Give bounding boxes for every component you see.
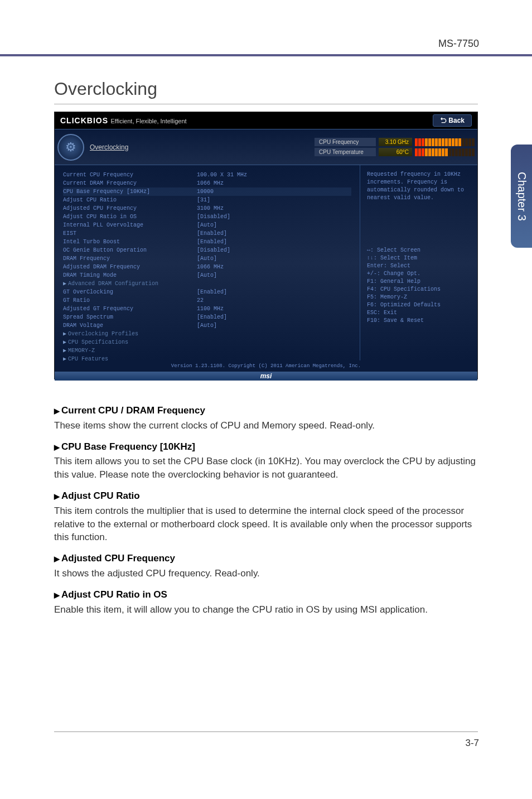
setting-label: Overclocking Profiles bbox=[68, 330, 202, 338]
setting-value: [Enabled] bbox=[197, 313, 227, 321]
bios-status-bar: ⚙ Overclocking CPU Frequency 3.10 GHz CP… bbox=[55, 129, 477, 165]
help-key-line: ESC: Exit bbox=[367, 309, 471, 317]
setting-label: Internal PLL Overvoltage bbox=[63, 221, 197, 229]
setting-label: Adjusted DRAM Frequency bbox=[63, 263, 197, 271]
setting-label: OC Genie Button Operation bbox=[63, 246, 197, 254]
footer-divider bbox=[54, 731, 478, 732]
setting-label: Current DRAM Frequency bbox=[63, 179, 197, 187]
help-keys: ↔: Select Screen↕↓: Select ItemEnter: Se… bbox=[367, 247, 471, 325]
setting-row[interactable]: Adjust CPU Ratio[31] bbox=[63, 196, 351, 204]
setting-row[interactable]: ▶Overclocking Profiles bbox=[63, 330, 351, 338]
help-description: Requested frequency in 10KHz increments.… bbox=[367, 171, 471, 202]
help-key-line: +/-: Change Opt. bbox=[367, 270, 471, 278]
setting-label: Intel Turbo Boost bbox=[63, 238, 197, 246]
help-key-line: Enter: Select bbox=[367, 262, 471, 270]
doc-section-header: ▶Current CPU / DRAM Frequency bbox=[54, 404, 478, 417]
bios-settings-panel: Current CPU Frequency100.00 X 31 MHz Cur… bbox=[55, 165, 360, 360]
setting-row[interactable]: DRAM Voltage[Auto] bbox=[63, 321, 351, 330]
model-number: MS-7750 bbox=[438, 38, 479, 50]
setting-value: 22 bbox=[197, 296, 204, 305]
setting-row[interactable]: Adjust CPU Ratio in OS[Disabled] bbox=[63, 213, 351, 221]
setting-row[interactable]: GT Ratio22 bbox=[63, 296, 351, 305]
setting-label: DRAM Voltage bbox=[63, 321, 197, 330]
setting-label: DRAM Timing Mode bbox=[63, 271, 197, 280]
help-key-line: F1: General Help bbox=[367, 278, 471, 286]
setting-value: 1100 MHz bbox=[197, 305, 224, 313]
setting-value: [Disabled] bbox=[197, 213, 230, 221]
page-number: 3-7 bbox=[465, 738, 479, 749]
setting-label: Advanced DRAM Configuration bbox=[68, 280, 202, 288]
cpu-temp-bar bbox=[415, 148, 475, 156]
setting-label: MEMORY-Z bbox=[68, 346, 202, 355]
setting-value: 3100 MHz bbox=[197, 204, 224, 213]
doc-section-text: It shows the adjusted CPU frequency. Rea… bbox=[54, 567, 478, 580]
setting-value: [31] bbox=[197, 196, 210, 204]
doc-section-header: ▶Adjusted CPU Frequency bbox=[54, 552, 478, 565]
msi-logo: msi bbox=[55, 372, 477, 381]
setting-value: [Auto] bbox=[197, 271, 217, 280]
setting-row[interactable]: ▶MEMORY-Z bbox=[63, 346, 351, 355]
setting-label: GT OverClocking bbox=[63, 288, 197, 296]
doc-section-text: Enable this item, it will allow you to c… bbox=[54, 603, 478, 617]
setting-label: GT Ratio bbox=[63, 296, 197, 305]
setting-value: 1066 MHz bbox=[197, 179, 224, 187]
help-key-line: F5: Memory-Z bbox=[367, 293, 471, 301]
setting-row[interactable]: Adjusted DRAM Frequency1066 MHz bbox=[63, 263, 351, 271]
bios-header: CLICKBIOS Efficient, Flexible, Intellige… bbox=[55, 112, 477, 129]
setting-value: [Enabled] bbox=[197, 288, 227, 296]
back-button[interactable]: ⮌ Back bbox=[433, 114, 472, 127]
setting-row[interactable]: Intel Turbo Boost[Enabled] bbox=[63, 238, 351, 246]
setting-label: CPU Base Frequency [10KHz] bbox=[63, 187, 197, 196]
setting-row[interactable]: CPU Base Frequency [10KHz]10000 bbox=[63, 187, 351, 196]
setting-value: [Enabled] bbox=[197, 229, 227, 238]
help-key-line: ↔: Select Screen bbox=[367, 247, 471, 254]
page-title: Overclocking bbox=[54, 79, 478, 104]
header-divider bbox=[0, 54, 532, 56]
help-key-line: ↕↓: Select Item bbox=[367, 254, 471, 262]
setting-label: Adjust CPU Ratio bbox=[63, 196, 197, 204]
bios-logo: CLICKBIOS bbox=[60, 116, 108, 125]
setting-row[interactable]: ▶CPU Specifications bbox=[63, 338, 351, 346]
setting-row[interactable]: Current DRAM Frequency1066 MHz bbox=[63, 179, 351, 187]
bios-help-panel: Requested frequency in 10KHz increments.… bbox=[360, 165, 477, 360]
setting-label: CPU Specifications bbox=[68, 338, 202, 346]
setting-row[interactable]: OC Genie Button Operation[Disabled] bbox=[63, 246, 351, 254]
setting-row[interactable]: DRAM Frequency[Auto] bbox=[63, 254, 351, 263]
setting-row[interactable]: Internal PLL Overvoltage[Auto] bbox=[63, 221, 351, 229]
setting-row[interactable]: DRAM Timing Mode[Auto] bbox=[63, 271, 351, 280]
doc-section-header: ▶Adjust CPU Ratio bbox=[54, 489, 478, 503]
setting-row[interactable]: ▶Advanced DRAM Configuration bbox=[63, 280, 351, 288]
help-key-line: F6: Optimized Defaults bbox=[367, 301, 471, 309]
overclocking-icon: ⚙ bbox=[57, 134, 84, 161]
doc-section-text: These items show the current clocks of C… bbox=[54, 419, 478, 432]
bios-tagline: Efficient, Flexible, Intelligent bbox=[110, 118, 186, 124]
setting-row[interactable]: Adjusted GT Frequency1100 MHz bbox=[63, 305, 351, 313]
setting-value: 1066 MHz bbox=[197, 263, 224, 271]
setting-label: DRAM Frequency bbox=[63, 254, 197, 263]
setting-value: [Auto] bbox=[197, 254, 217, 263]
setting-label: Adjusted CPU Frequency bbox=[63, 204, 197, 213]
doc-section-text: This item controls the multiplier that i… bbox=[54, 504, 478, 544]
setting-value: [Enabled] bbox=[197, 238, 227, 246]
setting-value: [Auto] bbox=[197, 221, 217, 229]
setting-row[interactable]: EIST[Enabled] bbox=[63, 229, 351, 238]
bios-screenshot: CLICKBIOS Efficient, Flexible, Intellige… bbox=[54, 112, 478, 379]
setting-label: Spread Spectrum bbox=[63, 313, 197, 321]
cpu-freq-value: 3.10 GHz bbox=[379, 138, 412, 146]
setting-value: 100.00 X 31 MHz bbox=[197, 171, 247, 179]
cpu-freq-label: CPU Frequency bbox=[315, 138, 376, 146]
setting-row[interactable]: Spread Spectrum[Enabled] bbox=[63, 313, 351, 321]
doc-section-text: This item allows you to set the CPU Base… bbox=[54, 455, 478, 482]
setting-row[interactable]: Current CPU Frequency100.00 X 31 MHz bbox=[63, 171, 351, 179]
setting-row[interactable]: Adjusted CPU Frequency3100 MHz bbox=[63, 204, 351, 213]
help-key-line: F10: Save & Reset bbox=[367, 317, 471, 325]
doc-section-header: ▶Adjust CPU Ratio in OS bbox=[54, 588, 478, 601]
help-key-line: F4: CPU Specifications bbox=[367, 286, 471, 293]
chapter-tab: Chapter 3 bbox=[511, 145, 532, 248]
setting-value: [Disabled] bbox=[197, 246, 230, 254]
setting-row[interactable]: GT OverClocking[Enabled] bbox=[63, 288, 351, 296]
cpu-temp-value: 60°C bbox=[379, 148, 412, 156]
documentation-content: ▶Current CPU / DRAM FrequencyThese items… bbox=[54, 396, 478, 619]
cpu-temp-label: CPU Temperature bbox=[315, 148, 376, 156]
setting-label: Current CPU Frequency bbox=[63, 171, 197, 179]
